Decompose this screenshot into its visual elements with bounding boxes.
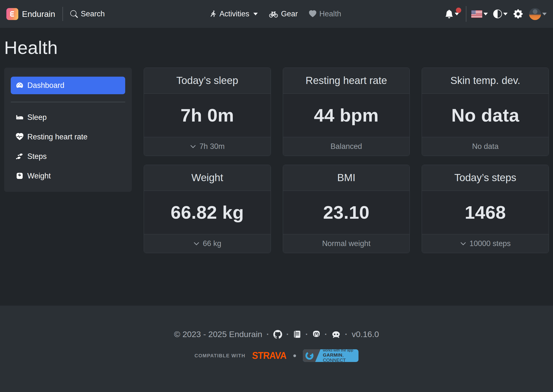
- card-value: 44 bpm: [283, 94, 410, 137]
- footer-meta: © 2023 - 2025 Endurain · · · ·: [174, 330, 379, 339]
- brand[interactable]: Endurain: [6, 8, 55, 20]
- card-footer-toggle[interactable]: 7h 30m: [144, 137, 271, 156]
- github-icon[interactable]: [273, 330, 282, 339]
- card-footer-label: 7h 30m: [199, 142, 225, 151]
- version-label: v0.16.0: [352, 330, 379, 339]
- card-value: 23.10: [283, 191, 410, 234]
- separator-dot: ·: [266, 330, 269, 339]
- nav-activities-label: Activities: [219, 10, 249, 18]
- mastodon-icon[interactable]: [312, 330, 320, 338]
- primary-nav: Activities Gear Health: [209, 0, 341, 28]
- sidebar-item-resting-heart-rate[interactable]: Resting heart rate: [11, 132, 125, 142]
- card-footer: Balanced: [283, 137, 410, 156]
- heart-icon: [309, 10, 316, 18]
- card-title: Weight: [144, 165, 271, 191]
- copyright-text: © 2023 - 2025 Endurain: [174, 330, 262, 339]
- avatar: [529, 8, 541, 20]
- card-footer: Normal weight: [283, 234, 410, 253]
- card-title: Skin temp. dev.: [422, 68, 549, 94]
- separator-dot: ·: [305, 330, 308, 339]
- main-content: Health Dashboard: [0, 28, 553, 306]
- notifications-button[interactable]: [445, 10, 459, 18]
- weight-scale-icon: [16, 172, 23, 180]
- chevron-down-icon: [483, 13, 488, 15]
- footprints-icon: [16, 153, 23, 160]
- chevron-down-icon: [253, 13, 258, 15]
- card-footer-label: Balanced: [330, 142, 362, 151]
- sidebar-item-dashboard[interactable]: Dashboard: [11, 77, 125, 94]
- bell-icon: [445, 10, 453, 18]
- discord-icon[interactable]: [331, 330, 341, 339]
- card-footer-label: Normal weight: [322, 239, 370, 248]
- card-footer-toggle[interactable]: 10000 steps: [422, 234, 549, 253]
- sidebar-item-label: Sleep: [27, 113, 47, 122]
- heart-pulse-icon: [16, 133, 23, 141]
- separator-dot: ·: [325, 330, 327, 339]
- separator-dot: ·: [345, 330, 348, 339]
- gear-icon: [513, 9, 523, 19]
- strava-logo: STRAVA: [252, 350, 287, 361]
- sidebar-item-weight[interactable]: Weight: [11, 171, 125, 181]
- card-footer-label: 66 kg: [203, 239, 221, 248]
- chevron-down-icon: [193, 240, 200, 247]
- card-value: 1468: [422, 191, 549, 234]
- navbar-divider: [62, 7, 63, 21]
- sidebar-divider: [11, 102, 125, 102]
- card-footer-label: No data: [472, 142, 499, 151]
- bed-icon: [16, 113, 23, 121]
- card-title: Resting heart rate: [283, 68, 410, 94]
- chevron-down-icon: [542, 13, 547, 15]
- theme-toggle[interactable]: [493, 10, 508, 18]
- search-link[interactable]: Search: [70, 10, 105, 18]
- card-resting-heart-rate: Resting heart rate 44 bpm Balanced: [283, 68, 410, 156]
- search-icon: [70, 10, 78, 18]
- garmin-logo-icon: [303, 349, 320, 362]
- language-selector[interactable]: [471, 10, 488, 18]
- top-navbar: Endurain Search Activities: [0, 0, 553, 28]
- chevron-down-icon: [455, 13, 459, 15]
- circle-half-icon: [493, 10, 502, 18]
- page-footer: © 2023 - 2025 Endurain · · · ·: [0, 306, 553, 392]
- sidebar-item-label: Weight: [27, 172, 51, 180]
- footer-badges: COMPATIBLE WITH STRAVA works with the ap…: [195, 349, 358, 362]
- endurain-logo-icon: [6, 8, 18, 20]
- health-cards-grid: Today’s sleep 7h 0m 7h 30m Resting heart…: [144, 68, 549, 253]
- speedometer-icon: [16, 82, 23, 89]
- sidebar-item-label: Resting heart rate: [27, 133, 87, 141]
- health-sidebar: Dashboard Sleep: [4, 68, 132, 192]
- page-title: Health: [4, 38, 549, 57]
- navbar-controls: [445, 6, 547, 22]
- card-value: 66.82 kg: [144, 191, 271, 234]
- user-menu[interactable]: [529, 8, 547, 20]
- card-footer-toggle[interactable]: 66 kg: [144, 234, 271, 253]
- sidebar-item-sleep[interactable]: Sleep: [11, 112, 125, 123]
- separator-dot: [293, 354, 296, 357]
- nav-activities[interactable]: Activities: [209, 10, 258, 18]
- garmin-tagline: works with the app: [323, 349, 358, 352]
- nav-gear[interactable]: Gear: [269, 10, 298, 19]
- card-todays-sleep: Today’s sleep 7h 0m 7h 30m: [144, 68, 271, 156]
- brand-name: Endurain: [22, 9, 55, 19]
- card-title: Today’s steps: [422, 165, 549, 191]
- card-footer-label: 10000 steps: [470, 239, 511, 248]
- chevron-down-icon: [503, 13, 508, 15]
- nav-health-label: Health: [319, 10, 341, 18]
- bicycle-icon: [269, 10, 278, 19]
- docs-icon[interactable]: [293, 330, 301, 338]
- compatible-with-label: COMPATIBLE WITH: [195, 353, 245, 359]
- card-footer: No data: [422, 137, 549, 156]
- us-flag-icon: [471, 10, 482, 18]
- settings-button[interactable]: [513, 9, 523, 19]
- card-title: BMI: [283, 165, 410, 191]
- garmin-connect-badge: works with the app GARMIN, CONNECT: [303, 349, 358, 362]
- separator-dot: ·: [286, 330, 289, 339]
- sidebar-item-label: Dashboard: [27, 81, 64, 90]
- card-todays-steps: Today’s steps 1468 10000 steps: [422, 165, 549, 253]
- person-running-icon: [209, 10, 216, 18]
- sidebar-item-steps[interactable]: Steps: [11, 151, 125, 162]
- notification-badge: [456, 8, 461, 13]
- card-weight: Weight 66.82 kg 66 kg: [144, 165, 271, 253]
- chevron-down-icon: [190, 143, 196, 150]
- card-skin-temp-dev: Skin temp. dev. No data No data: [422, 68, 549, 156]
- nav-health[interactable]: Health: [309, 10, 341, 18]
